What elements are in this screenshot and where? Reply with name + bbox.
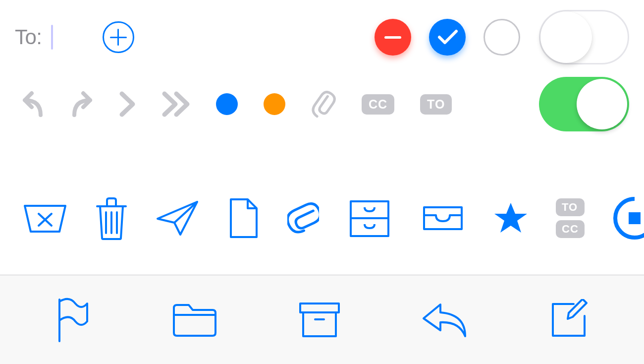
folder-icon[interactable] bbox=[171, 301, 218, 339]
text-cursor bbox=[51, 25, 53, 50]
toggle-off[interactable] bbox=[539, 10, 629, 64]
secondary-row: CC TO bbox=[15, 64, 629, 144]
to-cc-badges[interactable]: TO CC bbox=[556, 198, 585, 238]
paperclip-blue-icon[interactable] bbox=[287, 196, 319, 241]
reply-icon[interactable] bbox=[421, 301, 468, 339]
to-label: To: bbox=[15, 25, 42, 49]
flag-icon[interactable] bbox=[54, 297, 91, 343]
star-icon[interactable] bbox=[493, 202, 528, 235]
cc-badge[interactable]: CC bbox=[362, 94, 394, 115]
to-badge[interactable]: TO bbox=[420, 94, 452, 115]
confirm-button[interactable] bbox=[429, 19, 466, 56]
blue-dot-indicator bbox=[216, 93, 238, 115]
toggle-on[interactable] bbox=[539, 77, 629, 131]
action-icons-row: TO CC bbox=[15, 183, 629, 253]
main-area: To: CC TO bbox=[0, 0, 644, 275]
undo-icon[interactable] bbox=[22, 90, 45, 118]
double-chevron-right-icon[interactable] bbox=[161, 91, 190, 118]
toggle-knob bbox=[577, 79, 627, 129]
to-badge-small: TO bbox=[556, 198, 585, 216]
trash-icon[interactable] bbox=[95, 195, 128, 241]
junk-icon[interactable] bbox=[23, 201, 67, 236]
cc-badge-small: CC bbox=[556, 220, 585, 238]
inbox-icon[interactable] bbox=[420, 204, 466, 232]
orange-dot-indicator bbox=[264, 93, 285, 115]
redo-icon[interactable] bbox=[70, 90, 93, 118]
unselected-radio[interactable] bbox=[483, 19, 520, 56]
compose-icon[interactable] bbox=[548, 299, 590, 341]
send-icon[interactable] bbox=[156, 199, 200, 238]
paperclip-gray-icon[interactable] bbox=[311, 90, 336, 118]
bottom-toolbar bbox=[0, 275, 644, 364]
delete-button[interactable] bbox=[375, 19, 411, 56]
chevron-right-icon[interactable] bbox=[119, 91, 136, 118]
add-contact-button[interactable] bbox=[103, 21, 134, 53]
archive-drawer-icon[interactable] bbox=[347, 197, 392, 239]
toggle-knob bbox=[540, 11, 592, 63]
archive-box-icon[interactable] bbox=[298, 301, 341, 339]
svg-rect-1 bbox=[629, 212, 641, 224]
stop-loading-icon[interactable] bbox=[612, 196, 644, 241]
compose-header-row: To: bbox=[15, 10, 629, 64]
document-icon[interactable] bbox=[228, 197, 260, 239]
